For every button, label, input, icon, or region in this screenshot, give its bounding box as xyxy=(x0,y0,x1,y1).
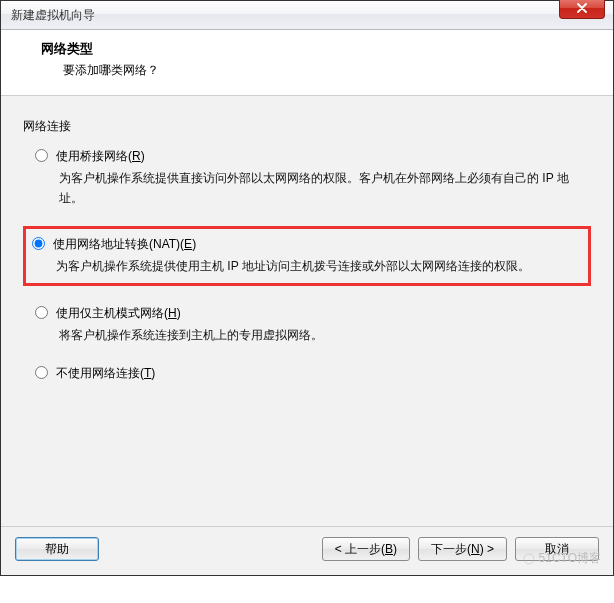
content-area: 网络连接 使用桥接网络(R)为客户机操作系统提供直接访问外部以太网网络的权限。客… xyxy=(1,96,613,526)
page-title: 网络类型 xyxy=(41,40,595,58)
radio-hostonly[interactable]: 使用仅主机模式网络(H) xyxy=(29,304,591,324)
option-desc-hostonly: 将客户机操作系统连接到主机上的专用虚拟网络。 xyxy=(59,326,591,346)
option-nat: 使用网络地址转换(NAT)(E)为客户机操作系统提供使用主机 IP 地址访问主机… xyxy=(23,226,591,286)
option-label-nat: 使用网络地址转换(NAT)(E) xyxy=(53,235,196,255)
wizard-window: 新建虚拟机向导 网络类型 要添加哪类网络？ 网络连接 使用桥接网络(R)为客户机… xyxy=(0,0,614,576)
next-button[interactable]: 下一步(N) > xyxy=(418,537,507,561)
page-subtitle: 要添加哪类网络？ xyxy=(63,62,595,79)
help-button[interactable]: 帮助 xyxy=(15,537,99,561)
radio-none[interactable]: 不使用网络连接(T) xyxy=(29,364,591,384)
back-button[interactable]: < 上一步(B) xyxy=(322,537,410,561)
footer: 帮助 < 上一步(B) 下一步(N) > 取消 xyxy=(1,526,613,575)
option-label-none: 不使用网络连接(T) xyxy=(56,364,155,384)
close-button[interactable] xyxy=(559,0,605,19)
close-icon xyxy=(576,3,588,13)
section-label: 网络连接 xyxy=(23,118,591,135)
titlebar: 新建虚拟机向导 xyxy=(1,1,613,30)
radio-input-none[interactable] xyxy=(35,366,48,379)
option-label-bridge: 使用桥接网络(R) xyxy=(56,147,145,167)
cancel-button[interactable]: 取消 xyxy=(515,537,599,561)
option-bridge: 使用桥接网络(R)为客户机操作系统提供直接访问外部以太网网络的权限。客户机在外部… xyxy=(29,147,591,208)
option-label-hostonly: 使用仅主机模式网络(H) xyxy=(56,304,181,324)
option-none: 不使用网络连接(T) xyxy=(29,364,591,384)
radio-input-hostonly[interactable] xyxy=(35,306,48,319)
radio-bridge[interactable]: 使用桥接网络(R) xyxy=(29,147,591,167)
option-desc-nat: 为客户机操作系统提供使用主机 IP 地址访问主机拨号连接或外部以太网网络连接的权… xyxy=(56,257,582,277)
option-hostonly: 使用仅主机模式网络(H)将客户机操作系统连接到主机上的专用虚拟网络。 xyxy=(29,304,591,346)
window-title: 新建虚拟机向导 xyxy=(11,7,95,24)
option-desc-bridge: 为客户机操作系统提供直接访问外部以太网网络的权限。客户机在外部网络上必须有自己的… xyxy=(59,169,591,209)
radio-nat[interactable]: 使用网络地址转换(NAT)(E) xyxy=(26,235,582,255)
wizard-header: 网络类型 要添加哪类网络？ xyxy=(1,30,613,96)
radio-input-nat[interactable] xyxy=(32,237,45,250)
radio-input-bridge[interactable] xyxy=(35,149,48,162)
